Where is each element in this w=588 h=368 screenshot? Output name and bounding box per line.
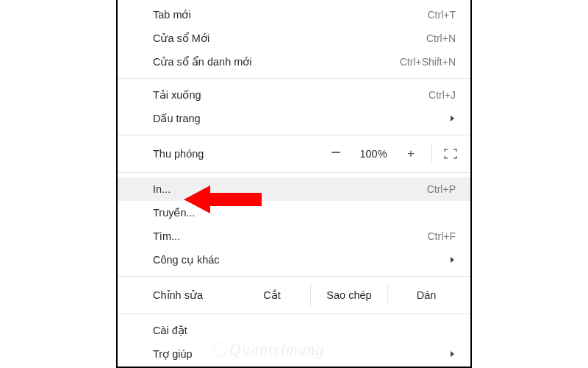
menu-item-label: Tìm...	[153, 230, 180, 242]
zoom-in-button[interactable]: +	[395, 143, 427, 165]
menu-separator	[118, 172, 470, 173]
menu-item-more-tools[interactable]: Công cụ khác	[118, 248, 470, 272]
menu-item-label: Cửa sổ ẩn danh mới	[153, 56, 252, 68]
menu-item-label: Thu phóng	[153, 148, 320, 160]
menu-item-label: Công cụ khác	[153, 254, 220, 266]
fullscreen-icon	[444, 149, 457, 159]
menu-item-edit: Chỉnh sửa Cắt Sao chép Dán	[118, 281, 470, 309]
menu-item-settings[interactable]: Cài đặt	[118, 319, 470, 342]
zoom-value: 100%	[352, 148, 395, 160]
menu-separator	[118, 78, 470, 79]
fullscreen-button[interactable]	[437, 143, 465, 165]
menu-item-cast[interactable]: Truyền...	[118, 201, 470, 224]
menu-separator	[118, 276, 470, 277]
menu-item-downloads[interactable]: Tải xuống Ctrl+J	[118, 83, 470, 107]
edit-copy-button[interactable]: Sao chép	[310, 284, 387, 306]
menu-item-label: Tải xuống	[153, 89, 201, 101]
menu-item-incognito[interactable]: Cửa sổ ẩn danh mới Ctrl+Shift+N	[118, 50, 470, 74]
menu-item-shortcut: Ctrl+T	[428, 9, 456, 21]
menu-item-shortcut: Ctrl+P	[427, 183, 456, 195]
menu-item-label: Tab mới	[153, 9, 191, 21]
submenu-arrow-icon	[451, 116, 454, 121]
menu-item-label: In...	[153, 183, 171, 195]
menu-item-shortcut: Ctrl+F	[428, 230, 456, 242]
menu-item-bookmarks[interactable]: Dấu trang	[118, 107, 470, 130]
menu-item-new-window[interactable]: Cửa sổ Mới Ctrl+N	[118, 26, 470, 50]
menu-item-zoom: Thu phóng − 100% +	[118, 140, 470, 168]
edit-cut-button[interactable]: Cắt	[234, 284, 310, 306]
menu-item-shortcut: Ctrl+J	[429, 89, 456, 101]
menu-item-find[interactable]: Tìm... Ctrl+F	[118, 224, 470, 248]
menu-item-label: Cài đặt	[153, 325, 187, 336]
menu-item-label: Truyền...	[153, 207, 196, 219]
menu-item-label: Chỉnh sửa	[153, 289, 234, 301]
menu-item-print[interactable]: In... Ctrl+P	[118, 177, 470, 201]
submenu-arrow-icon	[451, 351, 454, 357]
menu-item-shortcut: Ctrl+Shift+N	[400, 56, 456, 68]
submenu-arrow-icon	[451, 257, 454, 263]
menu-separator	[118, 135, 470, 135]
menu-item-new-tab[interactable]: Tab mới Ctrl+T	[118, 3, 470, 26]
divider	[431, 144, 432, 163]
menu-separator	[118, 314, 470, 314]
browser-main-menu: Tab mới Ctrl+T Cửa sổ Mới Ctrl+N Cửa sổ …	[116, 0, 472, 368]
zoom-controls: − 100% +	[320, 143, 465, 165]
menu-item-shortcut: Ctrl+N	[426, 32, 456, 44]
edit-paste-button[interactable]: Dán	[387, 284, 465, 306]
menu-item-label: Dấu trang	[153, 113, 201, 124]
menu-item-help[interactable]: Trợ giúp	[118, 342, 470, 366]
menu-item-label: Cửa sổ Mới	[153, 32, 209, 44]
menu-item-label: Trợ giúp	[153, 348, 193, 360]
zoom-out-button[interactable]: −	[320, 141, 352, 163]
